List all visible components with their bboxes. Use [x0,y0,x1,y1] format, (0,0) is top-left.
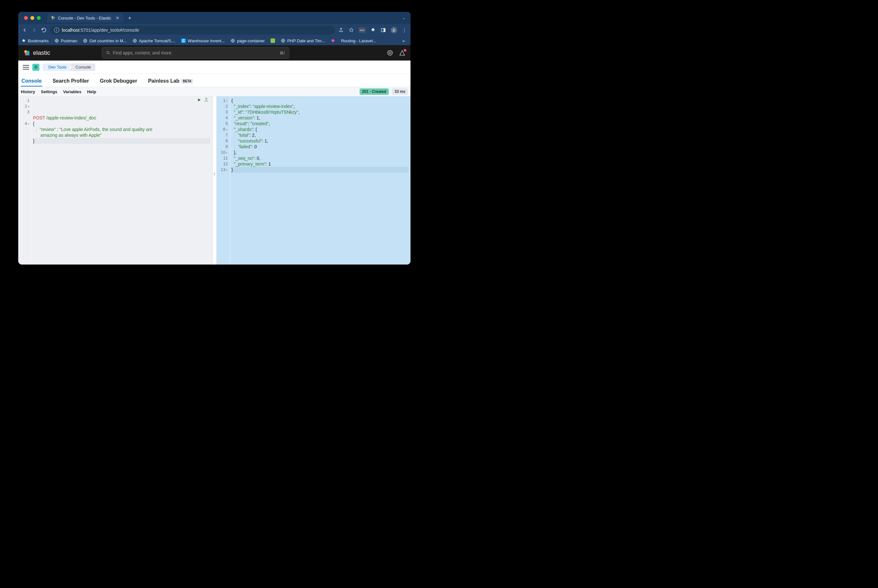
bookmark-star-icon[interactable] [348,27,354,33]
bookmark-item[interactable]: Apache Tomcat/5.... [133,38,176,43]
svg-point-16 [387,51,392,56]
sidepanel-icon[interactable] [381,27,386,33]
bookmarks-bar: BookmarksPostmanGet countries in M...Apa… [18,36,411,45]
bookmarks-overflow-icon[interactable]: » [403,38,407,43]
notification-badge [404,49,406,51]
bookmark-item[interactable]: page-container [231,38,265,43]
run-request-icon[interactable] [197,98,201,102]
devtools-tabs: ConsoleSearch ProfilerGrok DebuggerPainl… [18,74,411,87]
bookmark-item[interactable]: Bookmarks [21,38,49,43]
site-info-icon[interactable]: i [54,27,59,33]
profile-avatar[interactable] [391,27,397,33]
global-search[interactable]: Find apps, content, and more. ⌘/ [102,47,289,58]
elastic-favicon [51,16,55,20]
request-pane[interactable]: 1234 POST /apple-review-index/_doc{ │ "r… [18,96,212,264]
svg-point-5 [393,29,394,30]
url-path: :5701/app/dev_tools#/console [79,27,139,33]
reload-icon[interactable] [40,27,47,33]
url-host: localhost [62,27,79,33]
minimize-window-icon[interactable] [30,16,34,20]
maximize-window-icon[interactable] [37,16,40,20]
response-pane[interactable]: 12345678910111213 { "_index": "apple-rev… [217,96,411,264]
search-icon [106,51,111,55]
titlebar: Console - Dev Tools - Elastic ✕ ＋ ⌄ [18,12,411,24]
svg-point-2 [52,18,54,20]
breadcrumb-bar: D Dev Tools Console [18,60,411,74]
console-menu-item[interactable]: Settings [41,89,57,94]
back-icon[interactable] [21,27,28,33]
close-window-icon[interactable] [24,16,28,20]
browser-toolbar: i localhost:5701/app/dev_tools#/console … [18,24,411,36]
extensions-icon[interactable] [370,27,376,33]
tabs-overflow-icon[interactable]: ⌄ [402,16,411,20]
browser-window: Console - Dev Tools - Elastic ✕ ＋ ⌄ i lo… [18,12,411,264]
svg-point-15 [106,51,109,54]
breadcrumb-console: Console [69,63,96,71]
svg-point-17 [389,52,391,54]
breadcrumb-devtools[interactable]: Dev Tools [43,63,71,71]
response-status: 201 - Created [360,88,389,95]
devtools-tab[interactable]: Search Profiler [52,78,90,87]
nav-toggle-icon[interactable] [23,65,29,69]
search-placeholder: Find apps, content, and more. [113,50,172,56]
elastic-logo[interactable]: elastic [23,50,50,56]
console-menu-item[interactable]: Variables [63,89,81,94]
bookmark-item[interactable]: Get countries in M... [83,38,126,43]
devtools-tab[interactable]: Grok Debugger [99,78,138,87]
forward-icon[interactable] [31,27,37,33]
devtools-tab[interactable]: Console [21,78,42,87]
bookmark-item[interactable]: Postman [54,38,77,43]
elastic-brand-text: elastic [33,50,50,56]
svg-rect-4 [384,28,385,32]
console-toolbar: HistorySettingsVariablesHelp 201 - Creat… [18,87,411,96]
bookmark-item[interactable] [271,38,275,43]
devtools-tab[interactable]: Painless LabBETA [147,78,193,87]
toolbar-overflow-icon[interactable]: ••• [359,27,366,33]
bookmark-item[interactable] [331,38,335,43]
elastic-header: elastic Find apps, content, and more. ⌘/ [18,45,411,60]
browser-tab[interactable]: Console - Dev Tools - Elastic ✕ [47,14,123,22]
bookmark-item[interactable]: PHP Date and Tim... [281,38,325,43]
console-menu-item[interactable]: Help [87,89,96,94]
browser-menu-icon[interactable]: ⋮ [402,27,407,33]
search-shortcut: ⌘/ [280,51,285,56]
response-time: 33 ms [392,88,408,95]
bookmark-item[interactable]: CWarehouse Invent... [181,38,225,43]
share-icon[interactable] [338,27,344,33]
svg-point-14 [27,53,30,56]
window-controls [18,16,40,20]
elastic-logo-icon [23,50,30,56]
editor-split: 1234 POST /apple-review-index/_doc{ │ "r… [18,96,411,264]
request-options-icon[interactable] [204,98,208,102]
bookmark-item[interactable]: Routing - Laravel... [341,38,376,43]
console-menu-item[interactable]: History [21,89,35,94]
url-bar[interactable]: i localhost:5701/app/dev_tools#/console [50,26,335,34]
breadcrumbs: Dev Tools Console [43,63,96,71]
close-tab-icon[interactable]: ✕ [115,15,120,21]
new-tab-button[interactable]: ＋ [127,15,132,21]
newsfeed-icon[interactable] [399,50,405,56]
help-icon[interactable] [387,50,393,56]
pane-splitter[interactable]: || [212,96,217,264]
space-selector[interactable]: D [32,64,39,71]
tab-title: Console - Dev Tools - Elastic [58,16,111,21]
